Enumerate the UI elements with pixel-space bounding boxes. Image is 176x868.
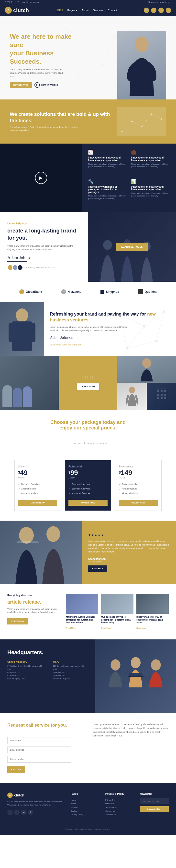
features-professional: Business Analytics Business Analytics Ad…: [68, 482, 108, 496]
email-link[interactable]: info@company.co: [22, 1, 40, 3]
how-it-works-button[interactable]: ▶ HOW IT WORKS: [34, 82, 58, 88]
feature-4-desc: There many variations of passages of lor…: [131, 192, 170, 197]
gallery-image-woman-arms: [117, 383, 147, 410]
logo-quotient: Quotient: [138, 289, 156, 294]
sinyphus-shape: [101, 290, 104, 294]
pricing-section: Choose your package today and enjoy our …: [0, 410, 176, 521]
briefcase-icon: 💼: [131, 150, 170, 155]
footer-privacy-title: Privacy & Policy: [105, 793, 134, 795]
features-entrepreneur: Business Analytics Another feature Finan…: [119, 482, 158, 496]
refresh-link[interactable]: Learn more about this company: [50, 343, 81, 346]
name-input[interactable]: [7, 737, 71, 744]
footer-contact[interactable]: Contact Us: [105, 809, 134, 813]
svg-point-20: [161, 118, 162, 120]
footer-brand-col: C clutch Far far away, behind the word m…: [7, 793, 65, 816]
nav-contact[interactable]: Contact: [108, 9, 117, 12]
footer-link-privacy[interactable]: Privacy Policy: [71, 813, 100, 816]
article-card-1: Making Innovative Business strategies fo…: [66, 594, 98, 630]
footer: C clutch Far far away, behind the word m…: [0, 783, 176, 835]
visit-blog-btn[interactable]: VISIT BLOG: [7, 618, 28, 624]
nav-facebook-icon[interactable]: f: [151, 8, 156, 13]
nav-search-icon[interactable]: 🔍: [144, 8, 149, 13]
svg-point-18: [141, 126, 142, 127]
footer-bottom: © Copyright by Unknown Studio - all righ…: [7, 824, 169, 830]
nav-services[interactable]: Services: [93, 9, 103, 12]
price-period-entrepreneur: / month: [119, 477, 158, 479]
footer-link-services[interactable]: Services: [71, 806, 100, 809]
sinyphus-name: Sinyphus: [106, 290, 119, 293]
subscribe-button[interactable]: Subscribe Now: [140, 806, 169, 812]
order-btn-starter[interactable]: ORDER NOW: [18, 500, 57, 506]
learn-services-button[interactable]: LEARN SERVICES: [116, 243, 148, 251]
article-title-2: Our business thrives to accomplish impor…: [101, 616, 134, 624]
clients-text: Trusted by more than 1000+ clients: [26, 266, 57, 269]
brand-heading: create a long-lasting brand for you.: [7, 227, 81, 241]
hero-content: We are here to make sure your Business S…: [10, 33, 166, 88]
feature-2-title: Innovations on strategy and finance we c…: [131, 156, 170, 162]
nav-links: Home Pages ▾ About Services Contact: [56, 8, 117, 12]
feature-3: 🔧 There many variations of passages of l…: [88, 179, 127, 207]
call-submit-button[interactable]: CALL ME: [7, 766, 25, 773]
visit-blog-button[interactable]: VISIT BLOG: [88, 565, 107, 572]
nav-instagram-icon[interactable]: in: [166, 8, 171, 13]
feature-3-title: There many variations of passages of lor…: [88, 185, 127, 193]
refresh-signature-line: [50, 341, 65, 341]
twitter-social-icon[interactable]: t: [14, 810, 20, 815]
logo-text: clutch: [13, 8, 29, 13]
video-features-section: ▶ 📈 Innovations on strategy and finance …: [0, 144, 176, 212]
svg-point-19: [151, 114, 152, 115]
footer-newsletter-title: Newsletter: [140, 793, 169, 795]
plan-name-starter: Starter: [18, 465, 57, 468]
newsletter-input[interactable]: [140, 798, 169, 804]
refresh-content: Refreshing your brand and paving the way…: [44, 302, 176, 356]
footer-disclaimer[interactable]: Disclaimer: [105, 802, 134, 806]
testimonial-content: ★★★★★ Lorem ipsum dolor sit amet, consec…: [82, 521, 176, 584]
gold-banner-content: We create solutions that are bold & up w…: [10, 111, 117, 132]
svg-line-42: [136, 396, 138, 403]
footer-link-about[interactable]: About: [71, 802, 100, 806]
call-heading: Request call service for you.: [7, 723, 83, 728]
footer-logo-initial: C: [9, 794, 11, 797]
read-more-3[interactable]: Read More: [136, 627, 146, 629]
svg-rect-50: [157, 397, 159, 399]
linkedin-social-icon[interactable]: li: [28, 810, 33, 815]
person-image-container: [0, 302, 44, 356]
gallery-learn-btn[interactable]: LEARN MORE: [77, 383, 100, 390]
order-btn-entrepreneur[interactable]: ORDER NOW: [119, 500, 158, 506]
plan-name-entrepreneur: Entrepreneur: [119, 465, 158, 468]
facebook-social-icon[interactable]: f: [7, 810, 13, 815]
quote-text: Request a quote today!: [148, 1, 171, 3]
nav-home[interactable]: Home: [56, 8, 63, 12]
play-button-large[interactable]: ▶: [35, 172, 47, 184]
nietzsche-shape: [61, 289, 66, 294]
logo-sinyphus: Sinyphus: [101, 290, 119, 294]
order-btn-professional[interactable]: ORDER NOW: [68, 500, 108, 506]
read-more-2[interactable]: Read More: [101, 627, 111, 629]
article-card-2: Our business thrives to accomplish impor…: [101, 594, 134, 630]
nav-about[interactable]: About: [82, 9, 89, 12]
get-started-button[interactable]: GET STARTED: [10, 82, 32, 88]
phone-input[interactable]: [7, 756, 71, 763]
features-starter: Business Analytics Another feature Finan…: [18, 482, 57, 496]
analytics-icon: 📊: [131, 179, 170, 184]
read-more-1[interactable]: Read More: [66, 627, 76, 629]
email-input[interactable]: [7, 746, 71, 753]
instagram-social-icon[interactable]: in: [21, 810, 26, 815]
articles-desc: There many variations of passages of lor…: [7, 608, 59, 614]
footer-link-contact[interactable]: Contact: [71, 809, 100, 813]
nietzsche-name: Nietzsche: [67, 290, 81, 293]
footer-link-home[interactable]: Home: [71, 798, 100, 802]
footer-privacy-policy[interactable]: Privacy Policy: [105, 798, 134, 802]
nav-twitter-icon[interactable]: t: [159, 8, 164, 13]
footer-top: C clutch Far far away, behind the word m…: [7, 793, 169, 816]
gallery-image-1: [0, 356, 59, 410]
article-image-1: [66, 594, 98, 614]
person-svg: [7, 304, 37, 353]
call-left: Request call service for you. CALL ME: [7, 723, 83, 773]
articles-grid: Making Innovative Business strategies fo…: [66, 594, 169, 630]
nav-pages[interactable]: Pages ▾: [67, 9, 77, 12]
svg-point-58: [131, 657, 141, 668]
brand-left: Let us help you create a long-lasting br…: [0, 212, 88, 282]
footer-terms[interactable]: Terms of use: [105, 806, 134, 809]
footer-testimonials[interactable]: Testimonials: [105, 813, 134, 816]
